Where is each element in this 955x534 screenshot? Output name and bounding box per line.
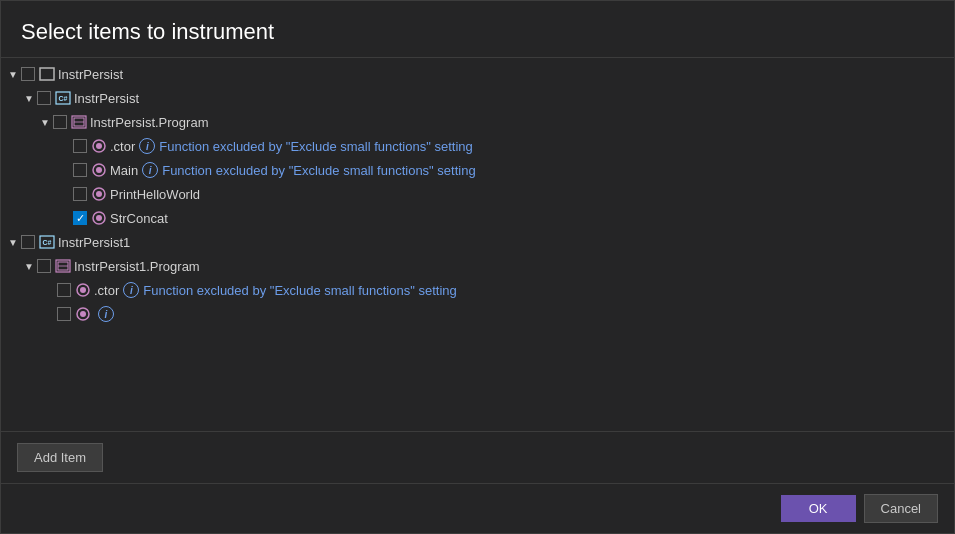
- method-icon-strconcat: [91, 210, 107, 226]
- item-label-ctor1: .ctor: [110, 139, 135, 154]
- tree-row[interactable]: .ctor i Function excluded by "Exclude sm…: [1, 278, 954, 302]
- expand-arrow-instrpersist-program[interactable]: [37, 117, 53, 128]
- svg-point-10: [96, 191, 102, 197]
- dialog-footer: OK Cancel: [1, 483, 954, 533]
- svg-point-20: [80, 311, 86, 317]
- tree-row[interactable]: Main i Function excluded by "Exclude sma…: [1, 158, 954, 182]
- svg-point-6: [96, 143, 102, 149]
- exclude-link-ctor1[interactable]: Function excluded by "Exclude small func…: [159, 139, 472, 154]
- tree-row[interactable]: InstrPersist1.Program: [1, 254, 954, 278]
- svg-point-18: [80, 287, 86, 293]
- program-icon-instrpersist1: [55, 258, 71, 274]
- dialog-content: InstrPersist C# InstrPersist: [1, 57, 954, 483]
- method-icon-ctor2: [75, 282, 91, 298]
- item-label-instrpersist: InstrPersist: [58, 67, 123, 82]
- svg-text:C#: C#: [59, 95, 68, 102]
- project-icon-instrpersist1: C#: [39, 234, 55, 250]
- checkbox-strconcat[interactable]: [73, 211, 87, 225]
- info-icon-ctor2: i: [123, 282, 139, 298]
- add-item-button[interactable]: Add Item: [17, 443, 103, 472]
- tree-container[interactable]: InstrPersist C# InstrPersist: [1, 58, 954, 431]
- project-icon-instrpersist: C#: [55, 90, 71, 106]
- tree-row[interactable]: InstrPersist: [1, 62, 954, 86]
- expand-arrow-instrpersist1-program[interactable]: [21, 261, 37, 272]
- program-icon-instrpersist: [71, 114, 87, 130]
- exclude-link-ctor2[interactable]: Function excluded by "Exclude small func…: [143, 283, 456, 298]
- svg-point-12: [96, 215, 102, 221]
- checkbox-instrpersist1[interactable]: [21, 235, 35, 249]
- checkbox-instrpersist-proj[interactable]: [37, 91, 51, 105]
- checkbox-ctor1[interactable]: [73, 139, 87, 153]
- checkbox-instrpersist1-program[interactable]: [37, 259, 51, 273]
- assembly-icon: [39, 66, 55, 82]
- checkbox-partial[interactable]: [57, 307, 71, 321]
- method-icon-printhelloworld: [91, 186, 107, 202]
- svg-text:C#: C#: [43, 239, 52, 246]
- item-label-instrpersist-proj: InstrPersist: [74, 91, 139, 106]
- tree-row[interactable]: InstrPersist.Program: [1, 110, 954, 134]
- expand-arrow-instrpersist1[interactable]: [5, 237, 21, 248]
- tree-row[interactable]: C# InstrPersist: [1, 86, 954, 110]
- dialog-title: Select items to instrument: [1, 1, 954, 57]
- info-icon-main1: i: [142, 162, 158, 178]
- item-label-instrpersist1: InstrPersist1: [58, 235, 130, 250]
- expand-arrow-instrpersist[interactable]: [5, 69, 21, 80]
- method-icon-main1: [91, 162, 107, 178]
- item-label-ctor2: .ctor: [94, 283, 119, 298]
- tree-row[interactable]: i: [1, 302, 954, 326]
- ok-button[interactable]: OK: [781, 495, 856, 522]
- exclude-link-main1[interactable]: Function excluded by "Exclude small func…: [162, 163, 475, 178]
- item-label-instrpersist-program: InstrPersist.Program: [90, 115, 208, 130]
- tree-row[interactable]: .ctor i Function excluded by "Exclude sm…: [1, 134, 954, 158]
- item-label-main1: Main: [110, 163, 138, 178]
- select-items-dialog: Select items to instrument InstrPersist: [0, 0, 955, 534]
- item-label-printhelloworld: PrintHelloWorld: [110, 187, 200, 202]
- item-label-strconcat: StrConcat: [110, 211, 168, 226]
- bottom-bar: Add Item: [1, 431, 954, 483]
- tree-row[interactable]: PrintHelloWorld: [1, 182, 954, 206]
- checkbox-instrpersist-program[interactable]: [53, 115, 67, 129]
- tree-row[interactable]: C# InstrPersist1: [1, 230, 954, 254]
- tree-row[interactable]: StrConcat: [1, 206, 954, 230]
- method-icon-partial: [75, 306, 91, 322]
- info-icon-ctor1: i: [139, 138, 155, 154]
- cancel-button[interactable]: Cancel: [864, 494, 938, 523]
- method-icon-ctor1: [91, 138, 107, 154]
- checkbox-instrpersist[interactable]: [21, 67, 35, 81]
- svg-point-8: [96, 167, 102, 173]
- item-label-instrpersist1-program: InstrPersist1.Program: [74, 259, 200, 274]
- checkbox-main1[interactable]: [73, 163, 87, 177]
- svg-rect-0: [40, 68, 54, 80]
- expand-arrow-instrpersist-proj[interactable]: [21, 93, 37, 104]
- checkbox-printhelloworld[interactable]: [73, 187, 87, 201]
- info-icon-partial: i: [98, 306, 114, 322]
- checkbox-ctor2[interactable]: [57, 283, 71, 297]
